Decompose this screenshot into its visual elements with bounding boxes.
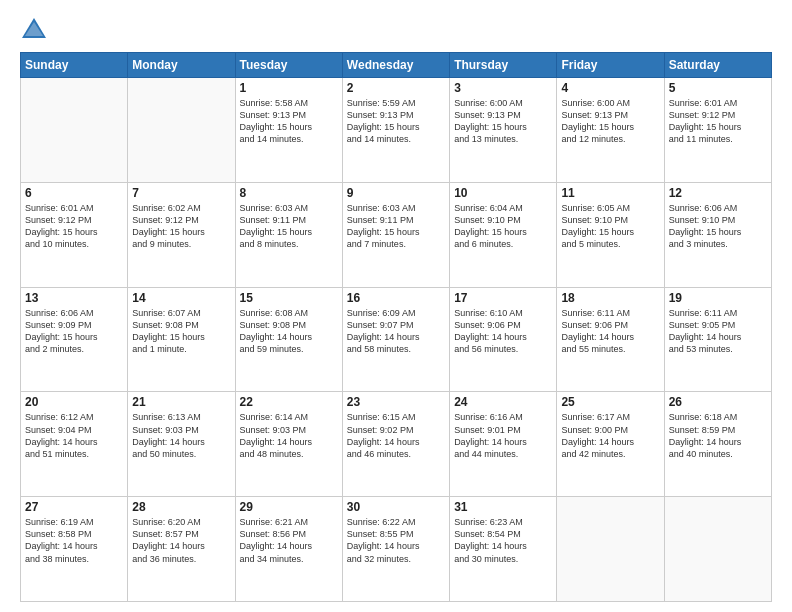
cell-info: Sunrise: 6:19 AM Sunset: 8:58 PM Dayligh… [25, 516, 123, 565]
cell-info: Sunrise: 5:58 AM Sunset: 9:13 PM Dayligh… [240, 97, 338, 146]
calendar-cell: 25Sunrise: 6:17 AM Sunset: 9:00 PM Dayli… [557, 392, 664, 497]
weekday-header: Saturday [664, 53, 771, 78]
header [20, 16, 772, 44]
calendar-cell: 11Sunrise: 6:05 AM Sunset: 9:10 PM Dayli… [557, 182, 664, 287]
logo-icon [20, 16, 48, 44]
weekday-header-row: SundayMondayTuesdayWednesdayThursdayFrid… [21, 53, 772, 78]
day-number: 28 [132, 500, 230, 514]
calendar-table: SundayMondayTuesdayWednesdayThursdayFrid… [20, 52, 772, 602]
cell-info: Sunrise: 6:20 AM Sunset: 8:57 PM Dayligh… [132, 516, 230, 565]
cell-info: Sunrise: 6:00 AM Sunset: 9:13 PM Dayligh… [454, 97, 552, 146]
cell-info: Sunrise: 6:11 AM Sunset: 9:06 PM Dayligh… [561, 307, 659, 356]
cell-info: Sunrise: 6:07 AM Sunset: 9:08 PM Dayligh… [132, 307, 230, 356]
calendar-cell: 2Sunrise: 5:59 AM Sunset: 9:13 PM Daylig… [342, 78, 449, 183]
weekday-header: Tuesday [235, 53, 342, 78]
logo [20, 16, 52, 44]
cell-info: Sunrise: 6:10 AM Sunset: 9:06 PM Dayligh… [454, 307, 552, 356]
cell-info: Sunrise: 6:17 AM Sunset: 9:00 PM Dayligh… [561, 411, 659, 460]
calendar-cell: 24Sunrise: 6:16 AM Sunset: 9:01 PM Dayli… [450, 392, 557, 497]
page: SundayMondayTuesdayWednesdayThursdayFrid… [0, 0, 792, 612]
day-number: 26 [669, 395, 767, 409]
cell-info: Sunrise: 6:16 AM Sunset: 9:01 PM Dayligh… [454, 411, 552, 460]
cell-info: Sunrise: 6:14 AM Sunset: 9:03 PM Dayligh… [240, 411, 338, 460]
weekday-header: Thursday [450, 53, 557, 78]
calendar-cell: 27Sunrise: 6:19 AM Sunset: 8:58 PM Dayli… [21, 497, 128, 602]
calendar-cell: 10Sunrise: 6:04 AM Sunset: 9:10 PM Dayli… [450, 182, 557, 287]
day-number: 25 [561, 395, 659, 409]
calendar-cell: 30Sunrise: 6:22 AM Sunset: 8:55 PM Dayli… [342, 497, 449, 602]
cell-info: Sunrise: 6:05 AM Sunset: 9:10 PM Dayligh… [561, 202, 659, 251]
calendar-cell: 14Sunrise: 6:07 AM Sunset: 9:08 PM Dayli… [128, 287, 235, 392]
cell-info: Sunrise: 5:59 AM Sunset: 9:13 PM Dayligh… [347, 97, 445, 146]
calendar-cell: 22Sunrise: 6:14 AM Sunset: 9:03 PM Dayli… [235, 392, 342, 497]
cell-info: Sunrise: 6:12 AM Sunset: 9:04 PM Dayligh… [25, 411, 123, 460]
day-number: 8 [240, 186, 338, 200]
cell-info: Sunrise: 6:01 AM Sunset: 9:12 PM Dayligh… [669, 97, 767, 146]
day-number: 1 [240, 81, 338, 95]
day-number: 29 [240, 500, 338, 514]
calendar-week-row: 13Sunrise: 6:06 AM Sunset: 9:09 PM Dayli… [21, 287, 772, 392]
cell-info: Sunrise: 6:15 AM Sunset: 9:02 PM Dayligh… [347, 411, 445, 460]
calendar-cell: 5Sunrise: 6:01 AM Sunset: 9:12 PM Daylig… [664, 78, 771, 183]
weekday-header: Wednesday [342, 53, 449, 78]
cell-info: Sunrise: 6:13 AM Sunset: 9:03 PM Dayligh… [132, 411, 230, 460]
day-number: 7 [132, 186, 230, 200]
cell-info: Sunrise: 6:04 AM Sunset: 9:10 PM Dayligh… [454, 202, 552, 251]
day-number: 20 [25, 395, 123, 409]
cell-info: Sunrise: 6:02 AM Sunset: 9:12 PM Dayligh… [132, 202, 230, 251]
cell-info: Sunrise: 6:23 AM Sunset: 8:54 PM Dayligh… [454, 516, 552, 565]
day-number: 4 [561, 81, 659, 95]
weekday-header: Monday [128, 53, 235, 78]
cell-info: Sunrise: 6:11 AM Sunset: 9:05 PM Dayligh… [669, 307, 767, 356]
calendar-cell [664, 497, 771, 602]
calendar-cell: 4Sunrise: 6:00 AM Sunset: 9:13 PM Daylig… [557, 78, 664, 183]
day-number: 27 [25, 500, 123, 514]
cell-info: Sunrise: 6:00 AM Sunset: 9:13 PM Dayligh… [561, 97, 659, 146]
day-number: 22 [240, 395, 338, 409]
day-number: 19 [669, 291, 767, 305]
cell-info: Sunrise: 6:09 AM Sunset: 9:07 PM Dayligh… [347, 307, 445, 356]
day-number: 15 [240, 291, 338, 305]
calendar-cell: 29Sunrise: 6:21 AM Sunset: 8:56 PM Dayli… [235, 497, 342, 602]
day-number: 17 [454, 291, 552, 305]
day-number: 30 [347, 500, 445, 514]
calendar-cell: 16Sunrise: 6:09 AM Sunset: 9:07 PM Dayli… [342, 287, 449, 392]
calendar-week-row: 1Sunrise: 5:58 AM Sunset: 9:13 PM Daylig… [21, 78, 772, 183]
day-number: 14 [132, 291, 230, 305]
calendar-cell: 7Sunrise: 6:02 AM Sunset: 9:12 PM Daylig… [128, 182, 235, 287]
calendar-cell: 6Sunrise: 6:01 AM Sunset: 9:12 PM Daylig… [21, 182, 128, 287]
day-number: 23 [347, 395, 445, 409]
weekday-header: Friday [557, 53, 664, 78]
day-number: 3 [454, 81, 552, 95]
calendar-cell: 9Sunrise: 6:03 AM Sunset: 9:11 PM Daylig… [342, 182, 449, 287]
cell-info: Sunrise: 6:08 AM Sunset: 9:08 PM Dayligh… [240, 307, 338, 356]
calendar-cell [128, 78, 235, 183]
calendar-week-row: 6Sunrise: 6:01 AM Sunset: 9:12 PM Daylig… [21, 182, 772, 287]
cell-info: Sunrise: 6:03 AM Sunset: 9:11 PM Dayligh… [240, 202, 338, 251]
day-number: 2 [347, 81, 445, 95]
calendar-cell [21, 78, 128, 183]
day-number: 6 [25, 186, 123, 200]
calendar-cell: 26Sunrise: 6:18 AM Sunset: 8:59 PM Dayli… [664, 392, 771, 497]
cell-info: Sunrise: 6:06 AM Sunset: 9:10 PM Dayligh… [669, 202, 767, 251]
day-number: 12 [669, 186, 767, 200]
day-number: 18 [561, 291, 659, 305]
calendar-cell: 13Sunrise: 6:06 AM Sunset: 9:09 PM Dayli… [21, 287, 128, 392]
cell-info: Sunrise: 6:03 AM Sunset: 9:11 PM Dayligh… [347, 202, 445, 251]
day-number: 21 [132, 395, 230, 409]
weekday-header: Sunday [21, 53, 128, 78]
calendar-cell: 17Sunrise: 6:10 AM Sunset: 9:06 PM Dayli… [450, 287, 557, 392]
day-number: 5 [669, 81, 767, 95]
day-number: 16 [347, 291, 445, 305]
calendar-cell: 31Sunrise: 6:23 AM Sunset: 8:54 PM Dayli… [450, 497, 557, 602]
calendar-cell: 28Sunrise: 6:20 AM Sunset: 8:57 PM Dayli… [128, 497, 235, 602]
calendar-cell [557, 497, 664, 602]
calendar-cell: 20Sunrise: 6:12 AM Sunset: 9:04 PM Dayli… [21, 392, 128, 497]
cell-info: Sunrise: 6:06 AM Sunset: 9:09 PM Dayligh… [25, 307, 123, 356]
day-number: 10 [454, 186, 552, 200]
calendar-cell: 21Sunrise: 6:13 AM Sunset: 9:03 PM Dayli… [128, 392, 235, 497]
calendar-cell: 23Sunrise: 6:15 AM Sunset: 9:02 PM Dayli… [342, 392, 449, 497]
day-number: 24 [454, 395, 552, 409]
cell-info: Sunrise: 6:01 AM Sunset: 9:12 PM Dayligh… [25, 202, 123, 251]
day-number: 13 [25, 291, 123, 305]
